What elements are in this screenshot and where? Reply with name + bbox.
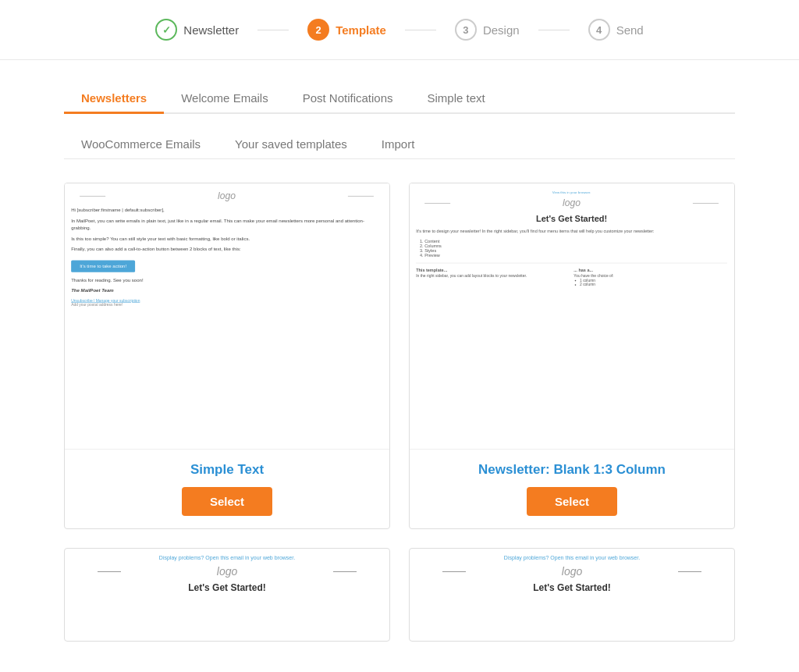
- step-template[interactable]: 2 Template: [289, 14, 405, 45]
- tab-welcome-emails[interactable]: Welcome Emails: [164, 84, 285, 112]
- bottom-card-2-view-link: Display problems? Open this email in you…: [419, 555, 725, 560]
- preview-divider: [417, 263, 728, 264]
- preview-para2: Is this too simple? You can still style …: [72, 235, 383, 242]
- main-content: Newsletters Welcome Emails Post Notifica…: [48, 60, 751, 665]
- tab-simple-text[interactable]: Simple text: [410, 84, 502, 112]
- card-newsletter-blank: View this in your browser. logo Let's Ge…: [409, 183, 735, 529]
- preview-two-col: This template... In the right sidebar, y…: [417, 268, 728, 287]
- preview-col2-heading: ... has a...: [574, 268, 728, 272]
- card-preview-newsletter-blank: View this in your browser. logo Let's Ge…: [410, 183, 734, 449]
- preview-para3: Finally, you can also add a call-to-acti…: [72, 245, 383, 252]
- bottom-card-2-inner: Display problems? Open this email in you…: [410, 549, 734, 599]
- card-simple-text: logo Hi [subscriber:firstname | default:…: [64, 183, 390, 529]
- preview-address: Add your postal address here!: [72, 303, 123, 308]
- step-design[interactable]: 3 Design: [436, 14, 538, 45]
- bottom-card-2: Display problems? Open this email in you…: [409, 548, 735, 642]
- bottom-card-1: Display problems? Open this email in you…: [64, 548, 390, 642]
- preview-signoff: Thanks for reading. See you soon!: [72, 276, 383, 283]
- step-circle-send: 4: [588, 19, 610, 41]
- tab-newsletters[interactable]: Newsletters: [64, 84, 164, 112]
- preview-headline: Let's Get Started!: [417, 214, 728, 224]
- preview-col-1: This template... In the right sidebar, y…: [417, 268, 570, 287]
- bottom-card-2-headline: Let's Get Started!: [419, 582, 725, 593]
- preview-col-2: ... has a... You have the choice of: 1 c…: [574, 268, 728, 287]
- card-title-newsletter-blank: Newsletter: Blank 1:3 Column: [422, 462, 722, 478]
- preview-col2-list: 1 column 2 column: [580, 279, 727, 287]
- secondary-tabs: WooCommerce Emails Your saved templates …: [64, 130, 735, 159]
- preview-col1-text: In the right sidebar, you can add layout…: [417, 274, 570, 279]
- step-divider-2: [405, 30, 436, 30]
- preview-cta-btn: It's time to take action!: [72, 260, 136, 272]
- preview-greeting: Hi [subscriber:firstname | default:subsc…: [72, 207, 383, 214]
- bottom-cards: Display problems? Open this email in you…: [64, 548, 735, 642]
- tab-import[interactable]: Import: [364, 130, 432, 158]
- step-divider-3: [538, 30, 570, 30]
- preview-view-link: View this in your browser.: [417, 190, 728, 194]
- bottom-card-1-view-link: Display problems? Open this email in you…: [74, 555, 380, 560]
- preview-logo-2: logo: [417, 197, 728, 208]
- select-button-newsletter-blank[interactable]: Select: [527, 487, 617, 516]
- bottom-card-1-headline: Let's Get Started!: [74, 582, 380, 593]
- step-circle-newsletter: ✓: [155, 19, 177, 41]
- primary-tabs: Newsletters Welcome Emails Post Notifica…: [64, 84, 735, 114]
- step-divider-1: [257, 30, 289, 30]
- preview-logo-1: logo: [72, 190, 383, 201]
- card-title-simple-text: Simple Text: [77, 462, 377, 478]
- preview-para1: In MailPoet, you can write emails in pla…: [72, 217, 383, 231]
- step-label-design: Design: [483, 23, 520, 37]
- step-circle-template: 2: [307, 19, 329, 41]
- card-footer-newsletter-blank: Newsletter: Blank 1:3 Column Select: [410, 449, 734, 528]
- step-circle-design: 3: [455, 19, 477, 41]
- card-preview-simple-text: logo Hi [subscriber:firstname | default:…: [65, 183, 389, 449]
- preview-intro: It's time to design your newsletter! In …: [417, 228, 728, 234]
- tab-saved-templates[interactable]: Your saved templates: [218, 130, 364, 158]
- step-label-send: Send: [616, 23, 644, 37]
- step-label-newsletter: Newsletter: [183, 23, 239, 37]
- bottom-card-1-logo: logo: [74, 565, 380, 578]
- bottom-card-1-inner: Display problems? Open this email in you…: [65, 549, 389, 599]
- card-footer-simple-text: Simple Text Select: [65, 449, 389, 528]
- preview-signature: The MailPoet Team: [72, 287, 383, 294]
- bottom-card-2-logo: logo: [419, 565, 725, 578]
- preview-list: Content Columns Styles Preview: [425, 239, 728, 258]
- step-send[interactable]: 4 Send: [570, 14, 662, 45]
- tab-woocommerce-emails[interactable]: WooCommerce Emails: [64, 130, 218, 158]
- tab-post-notifications[interactable]: Post Notifications: [286, 84, 410, 112]
- preview-links: Unsubscribe | Manage your subscription A…: [72, 298, 383, 307]
- stepper: ✓ Newsletter 2 Template 3 Design 4 Send: [0, 0, 799, 60]
- col2-list-2: 2 column: [580, 283, 727, 287]
- cards-grid: logo Hi [subscriber:firstname | default:…: [64, 183, 735, 529]
- step-label-template: Template: [336, 23, 386, 37]
- list-item-4: Preview: [425, 253, 728, 258]
- preview-col1-heading: This template...: [417, 268, 570, 272]
- select-button-simple-text[interactable]: Select: [182, 487, 272, 516]
- step-newsletter[interactable]: ✓ Newsletter: [137, 14, 257, 45]
